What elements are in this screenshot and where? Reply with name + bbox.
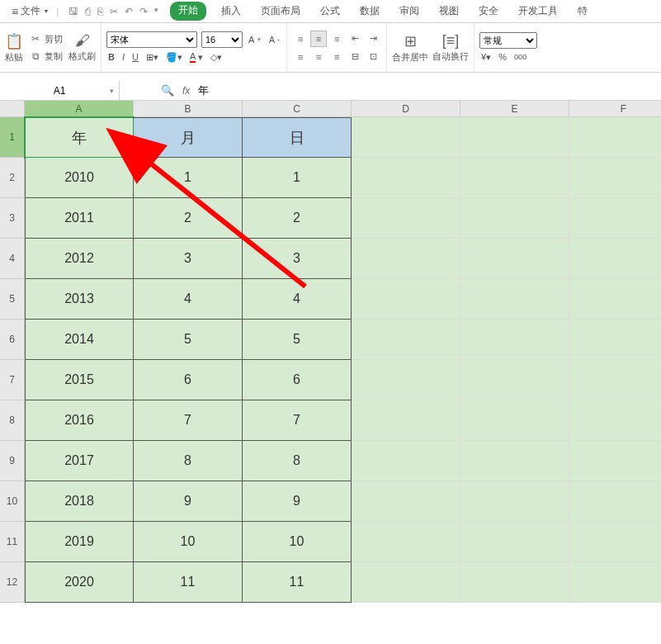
column-header-C[interactable]: C	[243, 101, 352, 117]
save-icon[interactable]: 🖫	[68, 6, 78, 17]
row-header-2[interactable]: 2	[0, 158, 25, 198]
qa-dropdown-icon[interactable]: ▾	[154, 6, 158, 17]
underline-button[interactable]: U	[130, 51, 140, 63]
fx-icon[interactable]: fx	[182, 85, 190, 97]
file-menu-button[interactable]: 文件	[7, 2, 53, 20]
number-format-select[interactable]: 常规	[479, 32, 537, 49]
copy-button[interactable]: ⧉复制	[27, 49, 64, 64]
cell-B10[interactable]: 9	[134, 481, 243, 522]
cell-D11[interactable]	[352, 522, 460, 562]
row-header-4[interactable]: 4	[0, 239, 25, 279]
tab-insert[interactable]: 插入	[216, 2, 246, 21]
cell-E2[interactable]	[460, 158, 569, 198]
cut-button[interactable]: ✂剪切	[27, 31, 64, 46]
italic-button[interactable]: I	[120, 51, 126, 63]
column-header-E[interactable]: E	[460, 101, 569, 117]
cell-F7[interactable]	[569, 360, 661, 400]
tab-review[interactable]: 审阅	[394, 2, 424, 21]
cell-F10[interactable]	[569, 481, 661, 522]
currency-button[interactable]: ¥▾	[479, 51, 493, 64]
clear-format-button[interactable]: ◇▾	[209, 51, 224, 64]
cell-E11[interactable]	[460, 522, 569, 562]
cell-A1[interactable]: 年	[25, 117, 134, 158]
cell-E9[interactable]	[460, 441, 569, 481]
row-header-10[interactable]: 10	[0, 481, 25, 522]
column-header-B[interactable]: B	[134, 101, 243, 117]
align-bottom-center[interactable]: ≡	[310, 49, 327, 65]
font-size-select[interactable]: 16	[201, 31, 243, 48]
cell-A10[interactable]: 2018	[25, 481, 134, 522]
cell-C9[interactable]: 8	[243, 441, 352, 481]
cell-A9[interactable]: 2017	[25, 441, 134, 481]
row-header-5[interactable]: 5	[0, 279, 25, 320]
cell-F9[interactable]	[569, 441, 661, 481]
cell-A8[interactable]: 2016	[25, 400, 134, 441]
wrap-text-button[interactable]: [≡]自动换行	[432, 32, 469, 63]
cell-A7[interactable]: 2015	[25, 360, 134, 400]
format-painter-button[interactable]: 🖌 格式刷	[68, 32, 96, 63]
cell-F12[interactable]	[569, 562, 661, 603]
cell-B8[interactable]: 7	[134, 400, 243, 441]
column-header-F[interactable]: F	[569, 101, 661, 117]
tab-page-layout[interactable]: 页面布局	[256, 2, 305, 21]
cell-F2[interactable]	[569, 158, 661, 198]
cell-A3[interactable]: 2011	[25, 198, 134, 239]
cell-C5[interactable]: 4	[243, 279, 352, 320]
cell-B9[interactable]: 8	[134, 441, 243, 481]
border-button[interactable]: ⊞▾	[144, 51, 160, 64]
font-color-button[interactable]: A▾	[188, 50, 205, 64]
cell-B5[interactable]: 4	[134, 279, 243, 320]
orientation[interactable]: ⊡	[365, 49, 381, 65]
cell-F1[interactable]	[569, 117, 661, 158]
print-icon[interactable]: ⎘	[97, 6, 103, 17]
name-box-dropdown-icon[interactable]: ▾	[110, 87, 114, 95]
merge-center-button[interactable]: ⊞合并居中	[392, 32, 428, 64]
font-name-select[interactable]: 宋体	[106, 31, 197, 48]
redo-icon[interactable]: ↷	[139, 6, 148, 17]
row-header-8[interactable]: 8	[0, 400, 25, 441]
cell-A6[interactable]: 2014	[25, 320, 134, 360]
increase-font-button[interactable]: A+	[247, 34, 263, 45]
cell-E1[interactable]	[460, 117, 569, 158]
cell-E8[interactable]	[460, 400, 569, 441]
tab-start[interactable]: 开始	[170, 2, 206, 21]
cell-B11[interactable]: 10	[134, 522, 243, 562]
cell-F11[interactable]	[569, 522, 661, 562]
name-box-input[interactable]	[22, 85, 97, 97]
align-top-right[interactable]: ≡	[328, 31, 345, 47]
row-header-7[interactable]: 7	[0, 360, 25, 400]
cell-D2[interactable]	[352, 158, 460, 198]
cell-C7[interactable]: 6	[243, 360, 352, 400]
cell-E5[interactable]	[460, 279, 569, 320]
column-header-A[interactable]: A	[25, 101, 134, 117]
indent-decrease[interactable]: ⇤	[347, 31, 363, 47]
cell-F8[interactable]	[569, 400, 661, 441]
cell-B1[interactable]: 月	[134, 117, 243, 158]
cell-F5[interactable]	[569, 279, 661, 320]
cut-icon[interactable]: ✂	[110, 6, 118, 17]
cell-B12[interactable]: 11	[134, 562, 243, 603]
fill-color-button[interactable]: 🪣▾	[164, 51, 184, 64]
formula-input[interactable]	[198, 84, 661, 97]
align-bottom-right[interactable]: ≡	[328, 49, 345, 65]
cell-E3[interactable]	[460, 198, 569, 239]
cell-A4[interactable]: 2012	[25, 239, 134, 279]
cell-A5[interactable]: 2013	[25, 279, 134, 320]
cell-B6[interactable]: 5	[134, 320, 243, 360]
cell-A2[interactable]: 2010	[25, 158, 134, 198]
cells-area[interactable]: 年月日2010112011222012332013442014552015662…	[25, 117, 661, 603]
tab-extra[interactable]: 特	[573, 2, 593, 21]
cell-D7[interactable]	[352, 360, 460, 400]
align-bottom-left[interactable]: ≡	[292, 49, 309, 65]
name-box[interactable]: ▾	[0, 81, 120, 100]
cell-E12[interactable]	[460, 562, 569, 603]
undo-icon[interactable]: ↶	[125, 6, 133, 17]
cell-D1[interactable]	[352, 117, 460, 158]
cell-D6[interactable]	[352, 320, 460, 360]
cell-A11[interactable]: 2019	[25, 522, 134, 562]
cell-C10[interactable]: 9	[243, 481, 352, 522]
cell-D9[interactable]	[352, 441, 460, 481]
cell-A12[interactable]: 2020	[25, 562, 134, 603]
cell-F3[interactable]	[569, 198, 661, 239]
cell-E10[interactable]	[460, 481, 569, 522]
